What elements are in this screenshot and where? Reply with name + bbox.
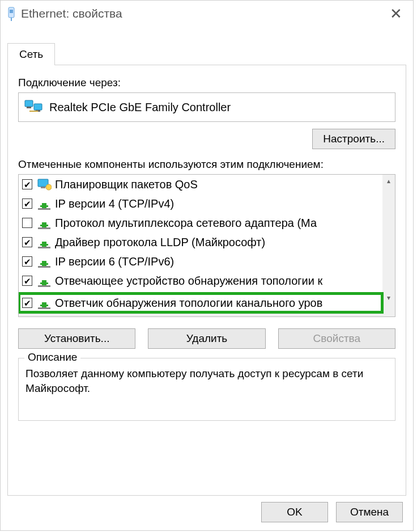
component-label: Отвечающее устройство обнаружения тополо… bbox=[55, 275, 322, 288]
vertical-scrollbar[interactable]: ▴ ▾ bbox=[382, 175, 395, 304]
component-checkbox[interactable]: ✔ bbox=[22, 298, 32, 308]
adapter-box: Realtek PCIe GbE Family Controller bbox=[18, 92, 395, 122]
properties-button: Свойства bbox=[278, 328, 395, 349]
titlebar: Ethernet: свойства ✕ bbox=[1, 1, 413, 27]
component-checkbox[interactable]: ✔ bbox=[22, 179, 32, 189]
svg-rect-27 bbox=[40, 305, 48, 306]
protocol-icon bbox=[37, 297, 52, 309]
svg-rect-13 bbox=[38, 208, 50, 210]
svg-rect-1 bbox=[10, 10, 13, 13]
connection-label: Подключение через: bbox=[18, 77, 395, 89]
component-checkbox[interactable]: ✔ bbox=[22, 256, 32, 267]
svg-rect-5 bbox=[27, 107, 31, 108]
component-label: IP версии 4 (TCP/IPv4) bbox=[55, 197, 174, 210]
protocol-icon bbox=[37, 217, 52, 229]
components-list[interactable]: ✔Планировщик пакетов QoS✔IP версии 4 (TC… bbox=[18, 174, 395, 317]
svg-rect-16 bbox=[38, 227, 50, 229]
window-title: Ethernet: свойства bbox=[21, 7, 385, 20]
component-checkbox[interactable]: ✔ bbox=[22, 276, 32, 286]
action-row: Установить... Удалить Свойства bbox=[18, 328, 395, 349]
tab-content: Подключение через: Realtek PCIe GbE Fami… bbox=[7, 65, 406, 496]
protocol-icon bbox=[37, 236, 52, 248]
ethernet-properties-window: Ethernet: свойства ✕ Сеть Подключение че… bbox=[0, 0, 414, 531]
protocol-icon bbox=[37, 197, 52, 210]
svg-rect-4 bbox=[34, 104, 42, 110]
adapter-name: Realtek PCIe GbE Family Controller bbox=[49, 101, 231, 114]
component-item[interactable]: ✔Отвечающее устройство обнаружения топол… bbox=[19, 271, 382, 290]
component-item[interactable]: ✔IP версии 4 (TCP/IPv4) bbox=[19, 194, 382, 213]
svg-rect-25 bbox=[38, 285, 50, 287]
footer-buttons: OK Отмена bbox=[261, 502, 403, 522]
scroll-corner bbox=[382, 304, 395, 316]
svg-rect-28 bbox=[38, 307, 50, 309]
protocol-icon bbox=[37, 275, 52, 287]
close-button[interactable]: ✕ bbox=[385, 5, 407, 23]
svg-point-10 bbox=[46, 184, 52, 190]
svg-rect-9 bbox=[41, 187, 45, 188]
component-item[interactable]: ✔Планировщик пакетов QoS bbox=[19, 175, 382, 194]
svg-rect-22 bbox=[38, 266, 50, 268]
ok-button[interactable]: OK bbox=[261, 502, 328, 522]
svg-rect-24 bbox=[40, 282, 48, 284]
description-legend: Описание bbox=[24, 351, 80, 364]
description-box: Описание Позволяет данному компьютеру по… bbox=[18, 358, 395, 421]
component-item[interactable]: ✔Драйвер протокола LLDP (Майкрософт) bbox=[19, 233, 382, 252]
tab-header: Сеть bbox=[7, 43, 406, 65]
components-label: Отмеченные компоненты используются этим … bbox=[18, 158, 395, 171]
component-item[interactable]: ✔IP версии 6 (TCP/IPv6) bbox=[19, 252, 382, 271]
component-label: Протокол мультиплексора сетевого адаптер… bbox=[55, 217, 317, 230]
tab-network[interactable]: Сеть bbox=[7, 43, 55, 65]
component-checkbox[interactable] bbox=[22, 218, 32, 228]
ethernet-icon bbox=[6, 6, 16, 21]
network-adapter-icon bbox=[24, 99, 44, 116]
component-label: Драйвер протокола LLDP (Майкрософт) bbox=[55, 236, 265, 249]
component-item[interactable]: Протокол мультиплексора сетевого адаптер… bbox=[19, 213, 382, 233]
tab-area: Сеть Подключение через: Realtek PCIe GbE… bbox=[1, 27, 413, 496]
component-label: Планировщик пакетов QoS bbox=[55, 178, 198, 191]
svg-rect-21 bbox=[40, 263, 48, 265]
svg-rect-3 bbox=[25, 100, 33, 107]
svg-rect-12 bbox=[40, 205, 48, 207]
install-button[interactable]: Установить... bbox=[18, 328, 135, 349]
svg-rect-18 bbox=[40, 244, 48, 246]
component-checkbox[interactable]: ✔ bbox=[22, 237, 32, 247]
component-label: Ответчик обнаружения топологии канальног… bbox=[55, 297, 322, 310]
remove-button[interactable]: Удалить bbox=[148, 328, 265, 349]
svg-rect-19 bbox=[38, 247, 50, 248]
cancel-button[interactable]: Отмена bbox=[336, 502, 403, 522]
monitor-icon bbox=[37, 178, 52, 191]
scroll-track[interactable] bbox=[382, 187, 395, 292]
configure-button[interactable]: Настроить... bbox=[312, 129, 395, 149]
svg-rect-15 bbox=[40, 225, 48, 226]
scroll-down-icon[interactable]: ▾ bbox=[382, 292, 395, 304]
protocol-icon bbox=[37, 255, 52, 268]
component-item[interactable]: ✔Ответчик обнаружения топологии канально… bbox=[19, 293, 382, 313]
scroll-up-icon[interactable]: ▴ bbox=[382, 175, 395, 187]
component-label: IP версии 6 (TCP/IPv6) bbox=[55, 255, 174, 268]
description-text: Позволяет данному компьютеру получать до… bbox=[25, 366, 388, 395]
component-checkbox[interactable]: ✔ bbox=[22, 199, 32, 209]
